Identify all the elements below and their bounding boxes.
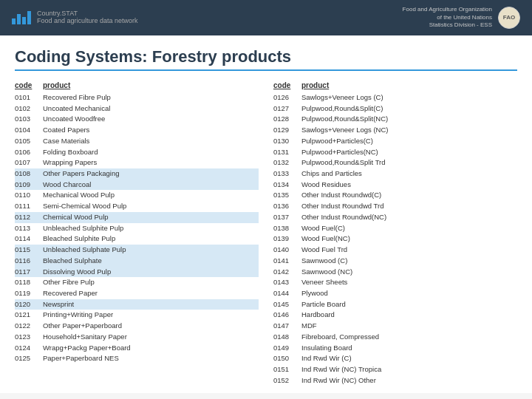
row-product: Sawnwood (NC)	[301, 267, 352, 278]
fao-section: Food and Agriculture Organization of the…	[403, 6, 520, 29]
fao-line3: Statistics Division - ESS	[403, 21, 492, 29]
table-row: 0130Pulpwood+Particles(C)	[273, 136, 517, 147]
table-row: 0106Folding Boxboard	[15, 147, 259, 158]
row-code: 0119	[15, 288, 43, 299]
row-product: Printing+Writing Paper	[43, 310, 113, 321]
row-product: Other Indust Roundwd Trd	[301, 201, 383, 212]
table-row: 0108Other Papers Packaging	[15, 168, 259, 180]
row-product: Fibreboard, Compressed	[301, 332, 379, 343]
table-row: 0129Sawlogs+Veneer Logs (NC)	[273, 125, 517, 136]
row-product: Case Materials	[43, 136, 89, 147]
left-column-header: code product	[15, 81, 259, 89]
row-code: 0132	[273, 157, 301, 168]
table-row: 0127Pulpwood,Round&Split(C)	[273, 103, 517, 115]
table-row: 0107Wrapping Papers	[15, 157, 259, 168]
row-code: 0145	[273, 299, 301, 310]
table-row: 0149Insulating Board	[273, 343, 517, 354]
logo-text: Country.STAT Food and agriculture data n…	[37, 10, 138, 25]
table-row: 0120Newsprint	[15, 299, 259, 310]
row-product: Recovered Fibre Pulp	[43, 92, 111, 103]
row-code: 0137	[273, 212, 301, 223]
row-code: 0140	[273, 245, 301, 256]
row-code: 0112	[15, 212, 43, 223]
row-code: 0150	[273, 353, 301, 364]
row-product: Chemical Wood Pulp	[43, 212, 109, 223]
row-code: 0118	[15, 277, 43, 288]
row-code: 0110	[15, 190, 43, 201]
row-product: Dissolving Wood Pulp	[43, 267, 111, 278]
row-product: Pulpwood+Particles(NC)	[301, 147, 378, 158]
table-row: 0146Hardboard	[273, 310, 517, 321]
table-row: 0145Particle Board	[273, 299, 517, 310]
table-row: 0144Plywood	[273, 288, 517, 299]
table-row: 0137Other Indust Roundwd(NC)	[273, 212, 517, 223]
row-product: Sawlogs+Veneer Logs (C)	[301, 92, 383, 103]
table-row: 0103Uncoated Woodfree	[15, 114, 259, 125]
table-row: 0101Recovered Fibre Pulp	[15, 92, 259, 103]
row-product: Uncoated Mechanical	[43, 103, 110, 115]
table-row: 0142Sawnwood (NC)	[273, 267, 517, 278]
table-row: 0116Bleached Sulphate	[15, 256, 259, 267]
right-column: code product 0126Sawlogs+Veneer Logs (C)…	[273, 81, 517, 386]
right-product-header: product	[301, 81, 329, 89]
table-row: 0119Recovered Paper	[15, 288, 259, 299]
row-code: 0101	[15, 92, 43, 103]
table-row: 0134Wood Residues	[273, 180, 517, 191]
row-code: 0120	[15, 299, 43, 310]
logo-section: Country.STAT Food and agriculture data n…	[12, 10, 138, 25]
row-code: 0139	[273, 233, 301, 245]
table-row: 0141Sawnwood (C)	[273, 256, 517, 267]
row-code: 0114	[15, 233, 43, 245]
table-row: 0105Case Materials	[15, 136, 259, 147]
logo-subtitle: Food and agriculture data network	[37, 18, 138, 25]
table-row: 0115Unbleached Sulphate Pulp	[15, 245, 259, 256]
row-code: 0144	[273, 288, 301, 299]
row-code: 0151	[273, 364, 301, 375]
row-code: 0126	[273, 92, 301, 103]
row-product: Chips and Particles	[301, 168, 362, 180]
row-code: 0122	[15, 321, 43, 332]
content-area: code product 0101Recovered Fibre Pulp010…	[15, 81, 517, 386]
row-product: Coated Papers	[43, 125, 89, 136]
row-product: Other Indust Roundwd(C)	[301, 190, 381, 201]
row-code: 0149	[273, 343, 301, 354]
row-product: Wood Charcoal	[43, 180, 91, 191]
row-code: 0105	[15, 136, 43, 147]
row-code: 0143	[273, 277, 301, 288]
table-row: 0102Uncoated Mechanical	[15, 103, 259, 115]
table-row: 0126Sawlogs+Veneer Logs (C)	[273, 92, 517, 103]
right-code-header: code	[273, 81, 301, 89]
logo-bar-4	[27, 11, 31, 24]
table-row: 0152Ind Rwd Wir (NC) Other	[273, 375, 517, 386]
table-row: 0121Printing+Writing Paper	[15, 310, 259, 321]
table-row: 0150Ind Rwd Wir (C)	[273, 353, 517, 364]
left-column: code product 0101Recovered Fibre Pulp010…	[15, 81, 259, 386]
row-product: Ind Rwd Wir (NC) Other	[301, 375, 376, 386]
table-row: 0135Other Indust Roundwd(C)	[273, 190, 517, 201]
row-code: 0134	[273, 180, 301, 191]
row-product: Wood Fuel(C)	[301, 223, 345, 234]
row-product: Hardboard	[301, 310, 335, 321]
row-product: Other Indust Roundwd(NC)	[301, 212, 386, 223]
fao-logo: FAO	[498, 7, 520, 29]
row-code: 0131	[273, 147, 301, 158]
row-code: 0117	[15, 267, 43, 278]
table-row: 0112Chemical Wood Pulp	[15, 212, 259, 223]
row-product: Other Papers Packaging	[43, 168, 120, 180]
row-code: 0103	[15, 114, 43, 125]
row-product: Wood Residues	[301, 180, 351, 191]
table-row: 0104Coated Papers	[15, 125, 259, 136]
table-row: 0128Pulpwood,Round&Split(NC)	[273, 114, 517, 125]
row-code: 0106	[15, 147, 43, 158]
table-row: 0118Other Fibre Pulp	[15, 277, 259, 288]
row-product: Uncoated Woodfree	[43, 114, 105, 125]
table-row: 0138Wood Fuel(C)	[273, 223, 517, 234]
right-column-header: code product	[273, 81, 517, 89]
fao-line1: Food and Agriculture Organization	[403, 6, 492, 13]
table-row: 0111Semi-Chemical Wood Pulp	[15, 201, 259, 212]
row-product: Other Paper+Paperboard	[43, 321, 122, 332]
row-product: Sawnwood (C)	[301, 256, 347, 267]
row-code: 0115	[15, 245, 43, 256]
row-product: Particle Board	[301, 299, 346, 310]
table-row: 0136Other Indust Roundwd Trd	[273, 201, 517, 212]
